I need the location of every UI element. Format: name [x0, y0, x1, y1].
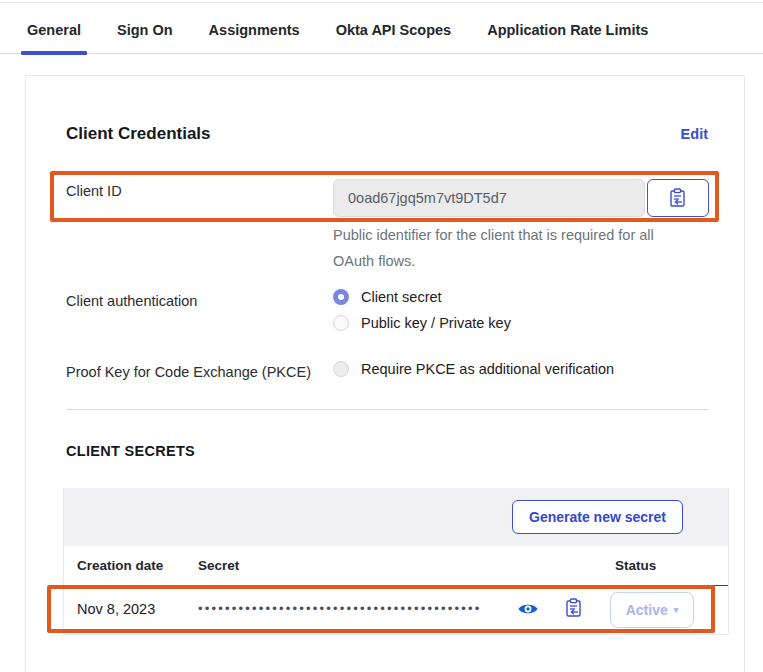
clipboard-copy-icon: [565, 598, 585, 618]
clipboard-copy-icon: [669, 188, 687, 208]
column-header-secret: Secret: [198, 558, 239, 573]
section-divider: [66, 409, 709, 410]
tab-sign-on[interactable]: Sign On: [111, 22, 179, 53]
public-key-radio-label: Public key / Private key: [361, 315, 511, 331]
column-header-status: Status: [615, 558, 656, 573]
client-id-label: Client ID: [66, 183, 122, 199]
table-toolbar: Generate new secret: [64, 488, 728, 546]
client-secret-radio-row: Client secret: [333, 289, 442, 305]
client-secret-radio-label: Client secret: [361, 289, 442, 305]
client-secret-radio[interactable]: [333, 289, 349, 305]
table-header-row: Creation date Secret Status: [64, 546, 728, 586]
table-row: Nov 8, 2023 ••••••••••••••••••••••••••••…: [64, 586, 728, 634]
client-credentials-panel: Client Credentials Edit Client ID Public…: [25, 75, 745, 672]
secret-status-dropdown[interactable]: Active▾: [610, 592, 694, 628]
generate-new-secret-button[interactable]: Generate new secret: [512, 500, 683, 534]
reveal-secret-button[interactable]: [517, 600, 539, 618]
pkce-label: Proof Key for Code Exchange (PKCE): [66, 364, 311, 380]
client-secrets-heading: CLIENT SECRETS: [66, 443, 195, 459]
copy-client-id-button[interactable]: [647, 179, 709, 217]
tab-assignments[interactable]: Assignments: [203, 22, 306, 53]
public-key-radio-row: Public key / Private key: [333, 315, 511, 331]
secret-creation-date: Nov 8, 2023: [77, 601, 155, 617]
pkce-checkbox-label: Require PKCE as additional verification: [361, 361, 614, 377]
app-tab-bar: General Sign On Assignments Okta API Sco…: [0, 10, 763, 54]
chevron-down-icon: ▾: [674, 605, 679, 615]
copy-secret-button[interactable]: [565, 598, 585, 620]
column-header-creation-date: Creation date: [77, 558, 163, 573]
top-divider: [0, 2, 763, 3]
client-authentication-label: Client authentication: [66, 293, 197, 309]
client-id-input[interactable]: [333, 179, 645, 217]
client-id-help-text: Public identifier for the client that is…: [333, 222, 663, 274]
eye-icon: [517, 600, 539, 618]
tab-general[interactable]: General: [21, 22, 87, 53]
tab-okta-api-scopes[interactable]: Okta API Scopes: [330, 22, 458, 53]
tab-application-rate-limits[interactable]: Application Rate Limits: [481, 22, 654, 53]
status-label: Active: [626, 602, 668, 618]
edit-link[interactable]: Edit: [681, 126, 708, 142]
client-secrets-table: Generate new secret Creation date Secret…: [63, 488, 729, 635]
client-id-field-group: [333, 179, 709, 217]
section-title: Client Credentials: [66, 124, 211, 144]
masked-secret-value: ••••••••••••••••••••••••••••••••••••••••…: [198, 601, 482, 616]
pkce-checkbox-row: Require PKCE as additional verification: [333, 361, 614, 377]
pkce-checkbox[interactable]: [333, 361, 349, 377]
public-key-radio[interactable]: [333, 315, 349, 331]
